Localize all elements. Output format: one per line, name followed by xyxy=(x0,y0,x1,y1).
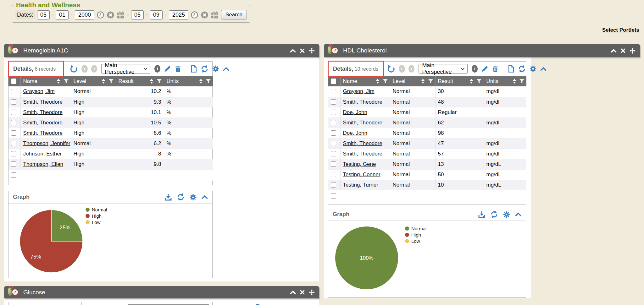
delete-icon[interactable] xyxy=(492,65,499,73)
sort-icon[interactable] xyxy=(469,79,473,84)
settings-gear-icon[interactable] xyxy=(212,65,219,73)
info-icon[interactable]: i xyxy=(154,65,161,73)
row-checkbox[interactable] xyxy=(11,89,16,94)
column-header-result[interactable]: Result xyxy=(435,76,484,86)
next-perspective-icon[interactable]: › xyxy=(408,65,415,73)
patient-name-link[interactable]: Doe, John xyxy=(343,109,368,115)
row-checkbox[interactable] xyxy=(331,99,336,105)
settings-gear-icon[interactable] xyxy=(529,65,537,73)
move-portlet-icon[interactable] xyxy=(309,48,315,54)
from-time-icon[interactable] xyxy=(97,11,104,19)
row-checkbox[interactable] xyxy=(331,172,336,177)
row-checkbox[interactable] xyxy=(331,110,336,115)
from-calendar-icon[interactable] xyxy=(117,11,125,19)
patient-name-link[interactable]: Smith, Theodore xyxy=(23,130,63,136)
portlet-title-bar[interactable]: ♥ Glucose xyxy=(4,286,319,298)
row-checkbox[interactable] xyxy=(331,120,336,125)
from-year-input[interactable] xyxy=(75,10,94,19)
filter-funnel-icon[interactable] xyxy=(64,79,69,84)
patient-name-link[interactable]: Testing, Turner xyxy=(343,182,378,188)
collapse-portlet-icon[interactable] xyxy=(290,290,296,294)
row-checkbox[interactable] xyxy=(331,161,336,167)
sort-icon[interactable] xyxy=(513,79,516,84)
patient-name-link[interactable]: Smith, Theodore xyxy=(343,140,382,146)
to-year-input[interactable] xyxy=(169,10,188,19)
patient-name-link[interactable]: Smith, Theodore xyxy=(23,109,63,115)
row-checkbox[interactable] xyxy=(11,172,16,178)
from-month-input[interactable] xyxy=(37,10,50,19)
row-checkbox[interactable] xyxy=(331,130,336,136)
patient-name-link[interactable]: Testing, Gene xyxy=(343,161,376,167)
patient-name-link[interactable]: Smith, Theodore xyxy=(343,151,382,157)
refresh-graph-icon[interactable] xyxy=(177,193,185,201)
column-header-result[interactable]: Result xyxy=(116,76,164,86)
column-header-name[interactable]: Name xyxy=(340,76,390,86)
filter-funnel-icon[interactable] xyxy=(476,79,482,84)
filter-funnel-icon[interactable] xyxy=(383,79,388,84)
row-checkbox[interactable] xyxy=(331,182,336,188)
undo-icon[interactable] xyxy=(69,65,78,73)
close-portlet-icon[interactable] xyxy=(621,48,625,53)
graph-settings-gear-icon[interactable] xyxy=(189,193,197,201)
select-all-header[interactable] xyxy=(8,76,20,86)
patient-name-link[interactable]: Grayson, Jim xyxy=(23,88,55,94)
prev-perspective-icon[interactable]: ‹ xyxy=(399,65,405,73)
column-header-level[interactable]: Level xyxy=(71,76,116,86)
patient-name-link[interactable]: Doe, John xyxy=(343,130,368,136)
row-checkbox[interactable] xyxy=(11,151,16,156)
sort-icon[interactable] xyxy=(150,79,153,84)
select-all-header[interactable] xyxy=(328,76,340,86)
patient-name-link[interactable]: Thompson, Jennifer xyxy=(23,140,70,146)
sort-icon[interactable] xyxy=(102,79,105,84)
select-portlets-link[interactable]: Select Portlets xyxy=(602,27,639,33)
from-day-input[interactable] xyxy=(56,10,69,19)
filter-funnel-icon[interactable] xyxy=(519,79,525,84)
filter-funnel-icon[interactable] xyxy=(206,79,211,84)
row-checkbox[interactable] xyxy=(331,193,336,199)
collapse-section-icon[interactable] xyxy=(540,67,547,71)
row-checkbox[interactable] xyxy=(11,110,16,115)
filter-funnel-icon[interactable] xyxy=(428,79,433,84)
delete-icon[interactable] xyxy=(175,65,181,73)
undo-icon[interactable] xyxy=(387,65,395,73)
row-checkbox[interactable] xyxy=(331,151,336,156)
sort-icon[interactable] xyxy=(376,79,380,84)
to-day-input[interactable] xyxy=(150,10,163,19)
patient-name-link[interactable]: Johnson, Esther xyxy=(23,151,62,157)
row-checkbox[interactable] xyxy=(11,99,16,105)
collapse-section-icon[interactable] xyxy=(223,67,229,71)
column-header-name[interactable]: Name xyxy=(20,76,71,86)
sort-icon[interactable] xyxy=(57,79,60,84)
prev-perspective-icon[interactable]: ‹ xyxy=(81,65,88,73)
row-checkbox[interactable] xyxy=(11,120,16,125)
download-graph-icon[interactable] xyxy=(164,193,172,201)
refresh-graph-icon[interactable] xyxy=(490,210,498,218)
column-header-level[interactable]: Level xyxy=(390,76,435,86)
portlet-title-bar[interactable]: ♥ HDL Cholesterol xyxy=(324,44,640,57)
collapse-graph-icon[interactable] xyxy=(515,212,521,216)
to-month-input[interactable] xyxy=(131,10,144,19)
patient-name-link[interactable]: Smith, Theodore xyxy=(343,120,382,126)
perspective-select[interactable]: Main Perspective xyxy=(419,64,467,74)
info-icon[interactable]: i xyxy=(472,65,478,73)
sort-icon[interactable] xyxy=(199,79,203,84)
new-record-icon[interactable] xyxy=(191,65,197,73)
search-button[interactable]: Search xyxy=(221,10,247,19)
to-clear-icon[interactable] xyxy=(201,11,208,19)
close-portlet-icon[interactable] xyxy=(300,48,305,53)
column-header-units[interactable]: Units xyxy=(484,76,526,86)
patient-name-link[interactable]: Grayson, Jim xyxy=(343,88,375,94)
collapse-graph-icon[interactable] xyxy=(202,195,208,199)
edit-icon[interactable] xyxy=(481,65,488,73)
refresh-icon[interactable] xyxy=(518,65,526,73)
edit-icon[interactable] xyxy=(164,65,171,73)
next-perspective-icon[interactable]: › xyxy=(91,65,97,73)
to-time-icon[interactable] xyxy=(191,11,198,19)
patient-name-link[interactable]: Smith, Theodore xyxy=(343,99,382,105)
sort-icon[interactable] xyxy=(421,79,425,84)
from-clear-icon[interactable] xyxy=(107,11,114,19)
row-checkbox[interactable] xyxy=(11,141,16,146)
collapse-portlet-icon[interactable] xyxy=(611,49,617,53)
new-record-icon[interactable] xyxy=(508,65,514,73)
patient-name-link[interactable]: Smith, Theodore xyxy=(23,120,63,126)
